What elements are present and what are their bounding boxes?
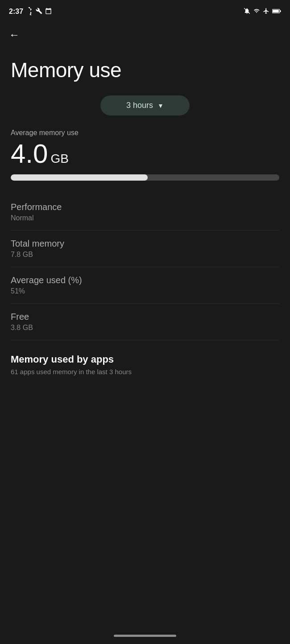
time-selector-text: 3 hours [126,101,153,110]
average-used-row: Average used (%) 51% [11,267,279,303]
bell-off-icon [244,8,250,16]
performance-row: Performance Normal [11,194,279,230]
progress-bar-fill [11,174,148,181]
airplane-icon [263,8,269,16]
time-selector[interactable]: 3 hours ▼ [100,95,190,116]
time-selector-container: 3 hours ▼ [0,95,290,129]
back-arrow-icon: ← [9,29,20,41]
performance-value: Normal [11,214,279,222]
wifi-icon [253,8,260,15]
average-used-value: 51% [11,287,279,295]
apps-subtitle: 61 apps used memory in the last 3 hours [11,368,279,376]
memory-progress-bar [11,174,279,181]
performance-label: Performance [11,202,279,212]
page-title: Memory use [0,45,290,95]
total-memory-row: Total memory 7.8 GB [11,231,279,267]
average-used-label: Average used (%) [11,275,279,285]
apps-section: Memory used by apps 61 apps used memory … [0,340,290,386]
stats-section: Average memory use 4.0 GB Performance No… [0,129,290,340]
calendar-icon [45,8,52,16]
svg-rect-2 [280,10,281,12]
avg-label: Average memory use [11,129,279,137]
memory-number: 4.0 [11,140,48,167]
home-bar [114,635,176,637]
bluetooth-icon [27,7,33,17]
back-button[interactable]: ← [0,21,290,45]
free-row: Free 3.8 GB [11,304,279,340]
free-value: 3.8 GB [11,324,279,332]
svg-rect-3 [273,10,279,12]
total-memory-value: 7.8 GB [11,251,279,259]
status-icons-right [244,8,281,16]
total-memory-label: Total memory [11,239,279,249]
battery-icon [272,8,281,15]
status-bar: 2:37 [0,0,290,21]
status-icons-left [27,7,52,17]
apps-title: Memory used by apps [11,354,279,365]
status-left: 2:37 [9,7,52,17]
wrench-icon [36,8,42,16]
free-label: Free [11,312,279,322]
memory-value: 4.0 GB [11,140,279,167]
memory-unit: GB [50,152,68,166]
dropdown-arrow-icon: ▼ [157,102,164,109]
status-time: 2:37 [9,8,23,16]
